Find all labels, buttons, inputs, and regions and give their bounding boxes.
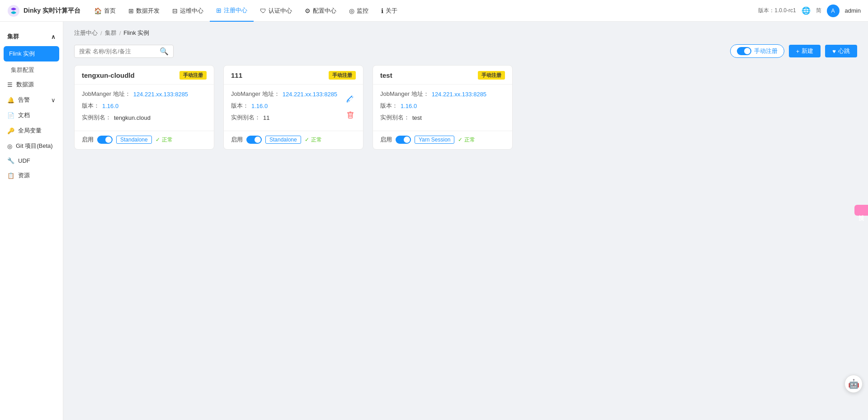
global-var-icon: 🔑 (7, 127, 14, 134)
card-1-mode-tag: Standalone (116, 136, 152, 144)
card-2-ver-label: 版本： (231, 102, 249, 110)
cards-grid: tengxun-cloudld 手动注册 JobManger 地址： 124.2… (74, 65, 662, 150)
nav-item-data-dev[interactable]: ⊞ 数据开发 (122, 0, 166, 22)
card-2-header: 111 手动注册 (224, 66, 363, 85)
cluster-card-1: tengxun-cloudld 手动注册 JobManger 地址： 124.2… (74, 65, 214, 150)
card-2-edit-button[interactable] (344, 93, 357, 105)
main-content: 注册中心 / 集群 / Flink 实例 🔍 手动注册 + 新建 (63, 22, 868, 420)
sidebar-cluster-header[interactable]: 集群 ∧ (7, 31, 56, 42)
nav-item-register-label: 注册中心 (224, 6, 247, 14)
card-2-jm-value[interactable]: 124.221.xx.133:8285 (283, 91, 337, 98)
sidebar-item-global-var[interactable]: 🔑 全局变量 (0, 123, 63, 138)
card-2-status-text: 正常 (311, 136, 322, 144)
card-3-enabled-toggle[interactable] (396, 136, 411, 144)
manual-register-label: 手动注册 (754, 47, 778, 55)
git-icon: ◎ (7, 143, 12, 150)
flink-instance-label: Flink 实例 (9, 50, 35, 58)
nav-version: 版本：1.0.0-rc1 (758, 7, 796, 14)
search-input[interactable] (79, 48, 160, 55)
card-1-alias-value: tengkun.cloud (114, 114, 151, 121)
data-dev-icon: ⊞ (128, 7, 134, 14)
search-icon[interactable]: 🔍 (160, 47, 169, 56)
card-1-version-row: 版本： 1.16.0 (82, 102, 207, 110)
top-nav: Dinky 实时计算平台 🏠 首页 ⊞ 数据开发 ⊟ 运维中心 ⊞ 注册中心 🛡… (0, 0, 868, 22)
breadcrumb: 注册中心 / 集群 / Flink 实例 (74, 29, 857, 37)
resource-icon: 📋 (7, 172, 14, 179)
about-icon: ℹ (381, 7, 383, 14)
config-icon: ⚙ (305, 7, 311, 14)
card-1-body: JobManger 地址： 124.221.xx.133:8285 版本： 1.… (75, 85, 214, 131)
card-1-footer: 启用 Standalone ✓ 正常 (75, 131, 214, 149)
heart-button-label: 心跳 (838, 47, 850, 55)
nav-item-home[interactable]: 🏠 首页 (88, 0, 122, 22)
card-3-header: test 手动注册 (373, 66, 512, 85)
globe-icon[interactable]: 🌐 (802, 6, 811, 15)
card-1-status-tag: ✓ 正常 (156, 136, 173, 144)
sidebar-item-git[interactable]: ◎ Git 项目(Beta) (0, 138, 63, 154)
card-3-jm-label: JobManger 地址： (380, 90, 429, 98)
nav-avatar[interactable]: A (827, 5, 840, 17)
nav-item-register[interactable]: ⊞ 注册中心 (210, 0, 254, 22)
sidebar-item-document[interactable]: 📄 文档 (0, 108, 63, 123)
sidebar-item-cluster-config[interactable]: 集群配置 (0, 63, 63, 77)
card-2-title: 111 (231, 71, 242, 79)
card-3-badge: 手动注册 (478, 71, 505, 80)
manual-register-button[interactable]: 手动注册 (730, 44, 784, 58)
heartbeat-button[interactable]: ♥ 心跳 (825, 45, 857, 57)
chat-button[interactable]: 🤖 (844, 375, 863, 393)
nav-item-home-label: 首页 (104, 7, 116, 15)
card-2-jobmanager-row: JobManger 地址： 124.221.xx.133:8285 (231, 90, 356, 98)
feedback-button[interactable]: 反馈 (854, 205, 868, 216)
card-1-enabled-toggle[interactable] (97, 136, 113, 144)
udf-icon: 🔧 (7, 157, 14, 164)
nav-item-ops-label: 运维中心 (180, 7, 203, 15)
manual-register-toggle[interactable] (737, 47, 751, 55)
nav-item-config[interactable]: ⚙ 配置中心 (298, 0, 343, 22)
sidebar-cluster-section: 集群 ∧ (0, 27, 63, 44)
datasource-label: 数据源 (16, 80, 34, 89)
card-1-ver-label: 版本： (82, 102, 99, 110)
heart-icon: ♥ (832, 48, 836, 55)
nav-item-auth[interactable]: 🛡 认证中心 (254, 0, 298, 22)
card-1-title: tengxun-cloudld (82, 71, 135, 79)
card-1-badge: 手动注册 (179, 71, 207, 80)
new-button[interactable]: + 新建 (789, 45, 821, 57)
sidebar-item-resource[interactable]: 📋 资源 (0, 168, 63, 183)
card-2-alias-value: 11 (263, 114, 269, 121)
card-3-status-tag: ✓ 正常 (458, 136, 475, 144)
card-2-enabled-toggle[interactable] (246, 136, 262, 144)
card-2-version-row: 版本： 1.16.0 (231, 102, 356, 110)
card-1-status-text: 正常 (162, 136, 173, 144)
nav-item-monitor[interactable]: ◎ 监控 (343, 0, 375, 22)
card-3-alias-row: 实例别名： test (380, 113, 505, 122)
sidebar: 集群 ∧ Flink 实例 集群配置 ☰ 数据源 🔔 告警 ∨ 📄 文档 🔑 全… (0, 22, 63, 420)
svg-point-0 (8, 5, 19, 17)
cluster-card-2: 111 手动注册 JobManger 地址： 124.221.xx.133:82… (223, 65, 363, 150)
card-3-enabled-label: 启用 (380, 136, 392, 144)
cluster-section-label: 集群 (7, 33, 19, 41)
card-3-jm-value[interactable]: 124.221.xx.133:8285 (432, 91, 486, 98)
sidebar-item-datasource[interactable]: ☰ 数据源 (0, 77, 63, 92)
sidebar-item-alert[interactable]: 🔔 告警 ∨ (0, 92, 63, 108)
document-icon: 📄 (7, 112, 14, 119)
breadcrumb-register[interactable]: 注册中心 (74, 29, 98, 37)
document-label: 文档 (18, 111, 30, 119)
card-3-mode-tag: Yarn Session (415, 136, 454, 144)
breadcrumb-cluster[interactable]: 集群 (105, 29, 117, 37)
nav-logo[interactable]: Dinky 实时计算平台 (7, 5, 80, 17)
card-2-delete-button[interactable] (344, 109, 357, 122)
toolbar-right: 手动注册 + 新建 ♥ 心跳 (730, 44, 857, 58)
sidebar-item-udf[interactable]: 🔧 UDF (0, 154, 63, 168)
card-1-jm-value[interactable]: 124.221.xx.133:8285 (133, 91, 188, 98)
sidebar-item-flink-instance[interactable]: Flink 实例 (4, 46, 59, 61)
search-box[interactable]: 🔍 (74, 45, 174, 58)
card-2-check-icon: ✓ (305, 137, 309, 143)
nav-item-about[interactable]: ℹ 关于 (375, 0, 404, 22)
nav-item-data-dev-label: 数据开发 (136, 7, 160, 15)
card-2-ver-value: 1.16.0 (251, 103, 268, 109)
card-2-body: JobManger 地址： 124.221.xx.133:8285 版本： 1.… (224, 85, 363, 131)
nav-username: admin (845, 7, 861, 14)
nav-item-ops[interactable]: ⊟ 运维中心 (166, 0, 210, 22)
auth-icon: 🛡 (260, 7, 266, 14)
nav-right: 版本：1.0.0-rc1 🌐 简 A admin (758, 5, 861, 17)
